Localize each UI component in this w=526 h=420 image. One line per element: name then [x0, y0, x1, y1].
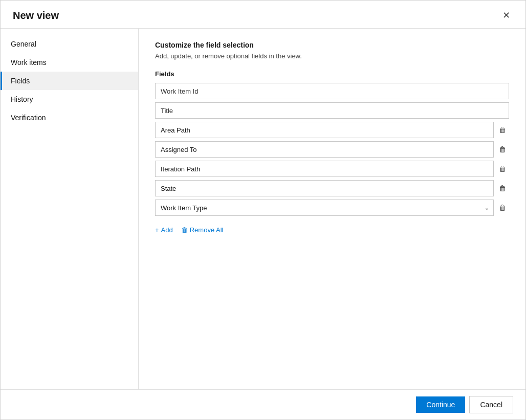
main-content: Customize the field selection Add, updat…	[139, 29, 525, 389]
plus-icon: +	[155, 226, 159, 234]
field-row-title	[155, 102, 509, 119]
field-select-wrapper: Work Item Type ⌄	[155, 200, 494, 216]
trash-icon-2: 🗑	[499, 145, 506, 153]
dialog-header: New view ✕	[1, 1, 525, 29]
remove-all-button[interactable]: 🗑 Remove All	[181, 224, 224, 236]
cancel-button[interactable]: Cancel	[469, 396, 513, 413]
sidebar: General Work items Fields History Verifi…	[1, 29, 139, 389]
field-row-assigned-to: 🗑	[155, 141, 509, 158]
sidebar-item-general[interactable]: General	[1, 35, 138, 53]
delete-state-button[interactable]: 🗑	[496, 182, 509, 194]
field-input-assigned-to[interactable]	[155, 141, 494, 158]
add-label: Add	[161, 226, 173, 234]
sidebar-item-history-label: History	[11, 95, 33, 103]
fields-list: 🗑 🗑 🗑	[155, 83, 509, 216]
field-row-work-item-type: Work Item Type ⌄ 🗑	[155, 200, 509, 216]
field-row-area-path: 🗑	[155, 122, 509, 138]
field-row-iteration-path: 🗑	[155, 161, 509, 177]
field-select-work-item-type[interactable]: Work Item Type	[156, 200, 493, 215]
sidebar-item-verification[interactable]: Verification	[1, 108, 138, 127]
trash-icon-5: 🗑	[499, 204, 506, 212]
delete-assigned-to-button[interactable]: 🗑	[496, 143, 509, 156]
delete-work-item-type-button[interactable]: 🗑	[496, 202, 509, 214]
trash-icon-4: 🗑	[499, 184, 506, 192]
trash-remove-all-icon: 🗑	[181, 226, 188, 234]
sidebar-item-verification-label: Verification	[11, 114, 46, 122]
sidebar-item-general-label: General	[11, 40, 36, 48]
dialog-body: General Work items Fields History Verifi…	[1, 29, 525, 389]
section-desc: Add, update, or remove optional fields i…	[155, 52, 509, 60]
dialog-title: New view	[13, 10, 59, 21]
field-row-state: 🗑	[155, 180, 509, 196]
field-input-title[interactable]	[155, 102, 509, 119]
actions-row: + Add 🗑 Remove All	[155, 224, 509, 236]
delete-area-path-button[interactable]: 🗑	[496, 124, 509, 136]
trash-icon-3: 🗑	[499, 165, 506, 173]
delete-iteration-path-button[interactable]: 🗑	[496, 163, 509, 175]
section-title: Customize the field selection	[155, 41, 509, 49]
field-input-iteration-path[interactable]	[155, 161, 494, 177]
sidebar-item-work-items[interactable]: Work items	[1, 53, 138, 72]
field-input-work-item-id[interactable]	[155, 83, 509, 99]
sidebar-item-history[interactable]: History	[1, 90, 138, 108]
dialog-footer: Continue Cancel	[1, 389, 525, 419]
sidebar-item-fields[interactable]: Fields	[1, 72, 138, 90]
field-input-area-path[interactable]	[155, 122, 494, 138]
sidebar-item-work-items-label: Work items	[11, 58, 47, 67]
sidebar-item-fields-label: Fields	[11, 77, 30, 85]
remove-all-label: Remove All	[190, 226, 224, 234]
fields-label: Fields	[155, 70, 509, 78]
close-button[interactable]: ✕	[499, 9, 513, 22]
field-row-work-item-id	[155, 83, 509, 99]
new-view-dialog: New view ✕ General Work items Fields His…	[0, 0, 526, 420]
field-input-state[interactable]	[155, 180, 494, 196]
add-field-button[interactable]: + Add	[155, 224, 173, 236]
continue-button[interactable]: Continue	[416, 396, 465, 413]
trash-icon: 🗑	[499, 126, 506, 134]
